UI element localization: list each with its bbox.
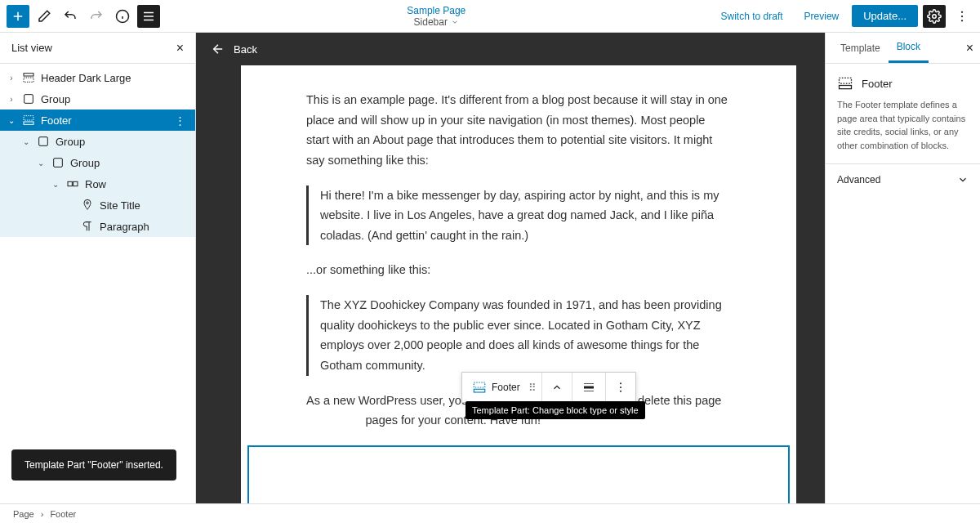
block-type-button[interactable]: Footer bbox=[467, 380, 525, 395]
block-toolbar-tooltip: Template Part: Change block type or styl… bbox=[466, 401, 645, 419]
page-content[interactable]: This is an example page. It's different … bbox=[241, 65, 796, 503]
back-button[interactable]: Back bbox=[211, 42, 257, 56]
list-item-group[interactable]: › Group bbox=[0, 88, 195, 110]
gear-icon bbox=[927, 9, 942, 24]
svg-rect-31 bbox=[840, 78, 852, 83]
list-item-header[interactable]: › Header Dark Large bbox=[0, 67, 195, 88]
svg-point-29 bbox=[620, 387, 621, 388]
quote-block[interactable]: Hi there! I'm a bike messenger by day, a… bbox=[306, 186, 731, 246]
move-up-button[interactable] bbox=[547, 376, 567, 399]
undo-icon bbox=[63, 9, 78, 24]
quote-block[interactable]: The XYZ Doohickey Company was founded in… bbox=[306, 295, 731, 376]
settings-button[interactable] bbox=[923, 5, 946, 28]
svg-rect-23 bbox=[474, 382, 485, 387]
row-icon bbox=[66, 177, 79, 190]
list-item-row[interactable]: ⌄ Row bbox=[0, 173, 195, 194]
settings-sidebar: Template Block × Footer The Footer templ… bbox=[825, 33, 980, 503]
paragraph-block[interactable]: This is an example page. It's different … bbox=[306, 90, 731, 171]
chevron-up-icon bbox=[551, 382, 563, 393]
breadcrumb-item[interactable]: Footer bbox=[50, 509, 76, 519]
block-card-description: The Footer template defines a page area … bbox=[837, 98, 969, 152]
list-item-paragraph[interactable]: Paragraph bbox=[0, 216, 195, 237]
footer-icon bbox=[472, 380, 487, 395]
svg-rect-16 bbox=[24, 122, 33, 124]
svg-point-21 bbox=[87, 202, 89, 204]
tab-template[interactable]: Template bbox=[832, 33, 889, 63]
footer-icon bbox=[22, 114, 35, 127]
close-list-view[interactable]: × bbox=[176, 41, 184, 56]
group-icon bbox=[51, 156, 65, 169]
redo-icon bbox=[89, 9, 104, 24]
header-icon bbox=[22, 71, 35, 84]
svg-rect-12 bbox=[24, 74, 33, 76]
switch-draft-button[interactable]: Switch to draft bbox=[713, 6, 791, 27]
options-button[interactable] bbox=[951, 5, 973, 28]
drag-handle[interactable]: ⠿ bbox=[528, 382, 537, 394]
document-title[interactable]: Sample Page Sidebar bbox=[407, 5, 466, 28]
footer-icon bbox=[837, 75, 853, 92]
list-view-panel: List view × › Header Dark Large › Group … bbox=[0, 33, 196, 503]
advanced-panel[interactable]: Advanced bbox=[826, 163, 980, 195]
redo-button[interactable] bbox=[85, 5, 108, 28]
preview-button[interactable]: Preview bbox=[796, 6, 848, 27]
svg-point-11 bbox=[961, 20, 963, 21]
list-view-icon bbox=[141, 9, 156, 24]
add-block-button[interactable] bbox=[7, 5, 29, 28]
info-icon bbox=[115, 9, 130, 24]
edit-icon bbox=[37, 9, 51, 24]
svg-point-8 bbox=[933, 14, 937, 18]
svg-point-10 bbox=[961, 15, 963, 16]
align-icon bbox=[581, 380, 596, 395]
svg-rect-15 bbox=[24, 116, 33, 120]
svg-rect-32 bbox=[840, 86, 852, 89]
svg-point-9 bbox=[961, 11, 963, 12]
block-options-button[interactable] bbox=[611, 376, 630, 399]
block-breadcrumb: Page › Footer bbox=[0, 503, 980, 523]
tab-block[interactable]: Block bbox=[889, 33, 929, 63]
pin-icon bbox=[81, 199, 94, 212]
list-item-group-2[interactable]: ⌄ Group bbox=[0, 152, 195, 173]
block-toolbar: Footer ⠿ bbox=[461, 372, 636, 403]
details-button[interactable] bbox=[111, 5, 134, 28]
svg-rect-20 bbox=[74, 181, 78, 186]
group-icon bbox=[37, 135, 50, 148]
svg-rect-25 bbox=[584, 387, 594, 389]
breadcrumb-item[interactable]: Page bbox=[13, 509, 34, 519]
group-icon bbox=[22, 92, 35, 105]
svg-rect-13 bbox=[24, 78, 33, 82]
svg-point-30 bbox=[620, 391, 621, 392]
list-view-title: List view bbox=[11, 42, 52, 54]
list-item-site-title[interactable]: Site Title bbox=[0, 194, 195, 216]
svg-rect-18 bbox=[54, 159, 63, 168]
close-settings[interactable]: × bbox=[966, 41, 973, 56]
undo-button[interactable] bbox=[59, 5, 82, 28]
list-item-more[interactable]: ⋮ bbox=[172, 114, 189, 127]
svg-rect-17 bbox=[39, 137, 48, 146]
chevron-down-icon bbox=[957, 174, 969, 186]
arrow-left-icon bbox=[211, 42, 225, 56]
svg-rect-14 bbox=[24, 95, 33, 104]
snackbar: Template Part "Footer" inserted. bbox=[11, 449, 176, 481]
more-vertical-icon bbox=[614, 381, 627, 394]
list-item-group-1[interactable]: ⌄ Group bbox=[0, 131, 195, 152]
more-vertical-icon bbox=[955, 9, 969, 24]
list-item-footer[interactable]: ⌄ Footer ⋮ bbox=[0, 110, 195, 131]
top-toolbar: Sample Page Sidebar Switch to draft Prev… bbox=[0, 0, 980, 33]
chevron-down-icon bbox=[451, 18, 459, 26]
footer-template-part[interactable]: Site title Proudly powered by WordPress … bbox=[247, 445, 790, 503]
paragraph-block[interactable]: ...or something like this: bbox=[306, 260, 731, 280]
editor-canvas: Back This is an example page. It's diffe… bbox=[196, 33, 825, 503]
block-card-title: Footer bbox=[837, 75, 969, 92]
paragraph-icon bbox=[81, 220, 94, 233]
align-button[interactable] bbox=[577, 376, 600, 399]
tools-button[interactable] bbox=[33, 5, 56, 28]
plus-icon bbox=[11, 9, 25, 24]
svg-rect-19 bbox=[68, 181, 72, 186]
update-button[interactable]: Update... bbox=[852, 5, 918, 27]
svg-rect-24 bbox=[474, 389, 485, 392]
svg-point-28 bbox=[620, 382, 621, 384]
list-view-button[interactable] bbox=[137, 5, 160, 28]
